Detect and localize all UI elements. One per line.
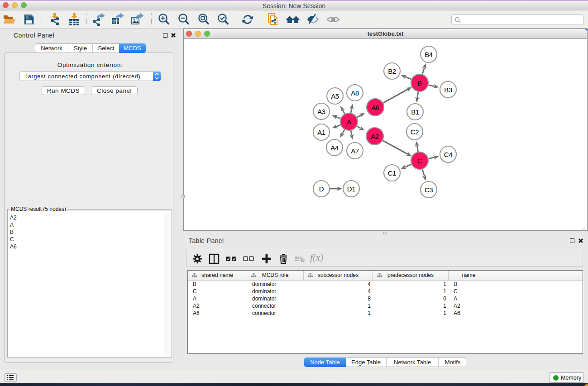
svg-text:A6: A6 — [371, 104, 379, 111]
svg-text:C2: C2 — [411, 128, 419, 136]
svg-text:D1: D1 — [347, 185, 355, 193]
svg-text:B2: B2 — [388, 67, 396, 75]
svg-text:A3: A3 — [317, 108, 325, 115]
svg-text:A5: A5 — [331, 92, 339, 100]
svg-text:A: A — [347, 118, 351, 126]
svg-text:B1: B1 — [411, 108, 419, 116]
svg-text:C: C — [417, 157, 422, 165]
svg-text:B3: B3 — [444, 86, 452, 94]
svg-text:A7: A7 — [351, 147, 359, 155]
svg-text:A8: A8 — [351, 89, 359, 97]
svg-text:A1: A1 — [317, 129, 325, 136]
svg-text:D: D — [319, 185, 324, 193]
svg-text:C1: C1 — [388, 169, 396, 177]
svg-text:C4: C4 — [444, 151, 452, 158]
svg-text:B: B — [417, 79, 422, 87]
svg-text:B4: B4 — [425, 51, 433, 58]
svg-text:C3: C3 — [425, 186, 433, 194]
svg-text:A2: A2 — [371, 133, 379, 140]
svg-text:A4: A4 — [330, 144, 339, 152]
